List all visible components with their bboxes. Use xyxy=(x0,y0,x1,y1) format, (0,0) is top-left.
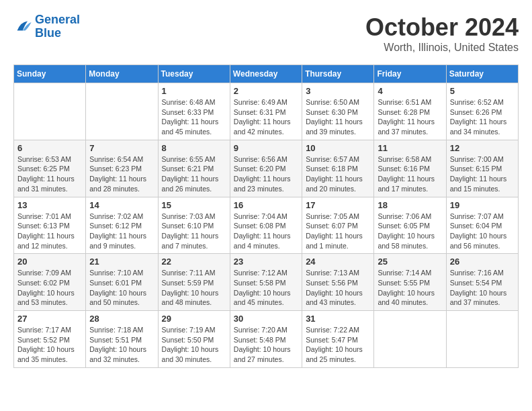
day-number: 19 xyxy=(450,200,515,210)
calendar-cell: 27Sunrise: 7:17 AMSunset: 5:52 PMDayligh… xyxy=(14,311,86,368)
weekday-header-friday: Friday xyxy=(374,65,446,83)
weekday-header-tuesday: Tuesday xyxy=(158,65,230,83)
day-info: Sunrise: 7:20 AMSunset: 5:48 PMDaylight:… xyxy=(234,325,298,365)
day-info: Sunrise: 6:49 AMSunset: 6:31 PMDaylight:… xyxy=(234,97,298,137)
day-number: 22 xyxy=(162,257,226,267)
day-info: Sunrise: 7:04 AMSunset: 6:08 PMDaylight:… xyxy=(234,212,298,251)
day-number: 6 xyxy=(17,143,82,153)
calendar-cell: 15Sunrise: 7:03 AMSunset: 6:10 PMDayligh… xyxy=(158,197,230,254)
day-info: Sunrise: 7:19 AMSunset: 5:50 PMDaylight:… xyxy=(162,325,226,365)
logo-bird-icon xyxy=(13,17,32,36)
day-info: Sunrise: 7:10 AMSunset: 6:01 PMDaylight:… xyxy=(89,268,154,308)
calendar-cell: 2Sunrise: 6:49 AMSunset: 6:31 PMDaylight… xyxy=(230,83,302,140)
day-info: Sunrise: 6:58 AMSunset: 6:16 PMDaylight:… xyxy=(378,154,442,194)
day-number: 21 xyxy=(89,257,154,267)
calendar-cell: 8Sunrise: 6:55 AMSunset: 6:21 PMDaylight… xyxy=(158,140,230,197)
day-info: Sunrise: 7:16 AMSunset: 5:54 PMDaylight:… xyxy=(450,268,515,308)
calendar-week-row: 13Sunrise: 7:01 AMSunset: 6:13 PMDayligh… xyxy=(14,197,519,254)
calendar-cell: 3Sunrise: 6:50 AMSunset: 6:30 PMDaylight… xyxy=(302,83,374,140)
day-info: Sunrise: 7:22 AMSunset: 5:47 PMDaylight:… xyxy=(306,325,370,365)
day-number: 30 xyxy=(234,314,298,324)
day-number: 8 xyxy=(162,143,226,153)
calendar-week-row: 27Sunrise: 7:17 AMSunset: 5:52 PMDayligh… xyxy=(14,311,519,368)
weekday-header-monday: Monday xyxy=(86,65,158,83)
day-number: 26 xyxy=(450,257,515,267)
calendar-week-row: 20Sunrise: 7:09 AMSunset: 6:02 PMDayligh… xyxy=(14,254,519,311)
day-info: Sunrise: 7:06 AMSunset: 6:05 PMDaylight:… xyxy=(378,212,442,251)
day-info: Sunrise: 6:55 AMSunset: 6:21 PMDaylight:… xyxy=(162,154,226,194)
calendar-cell: 25Sunrise: 7:14 AMSunset: 5:55 PMDayligh… xyxy=(374,254,446,311)
weekday-header-saturday: Saturday xyxy=(446,65,518,83)
calendar-cell: 18Sunrise: 7:06 AMSunset: 6:05 PMDayligh… xyxy=(374,197,446,254)
calendar-cell: 14Sunrise: 7:02 AMSunset: 6:12 PMDayligh… xyxy=(86,197,158,254)
calendar-cell: 31Sunrise: 7:22 AMSunset: 5:47 PMDayligh… xyxy=(302,311,374,368)
calendar-cell: 9Sunrise: 6:56 AMSunset: 6:20 PMDaylight… xyxy=(230,140,302,197)
calendar-cell: 17Sunrise: 7:05 AMSunset: 6:07 PMDayligh… xyxy=(302,197,374,254)
day-number: 20 xyxy=(17,257,82,267)
logo-text: General Blue xyxy=(35,13,80,40)
day-number: 24 xyxy=(306,257,370,267)
calendar-cell: 28Sunrise: 7:18 AMSunset: 5:51 PMDayligh… xyxy=(86,311,158,368)
month-title: October 2024 xyxy=(365,13,519,42)
calendar-cell: 7Sunrise: 6:54 AMSunset: 6:23 PMDaylight… xyxy=(86,140,158,197)
calendar-cell: 10Sunrise: 6:57 AMSunset: 6:18 PMDayligh… xyxy=(302,140,374,197)
day-info: Sunrise: 7:03 AMSunset: 6:10 PMDaylight:… xyxy=(162,212,226,251)
day-number: 1 xyxy=(162,86,226,96)
day-number: 9 xyxy=(234,143,298,153)
day-number: 11 xyxy=(378,143,442,153)
calendar-cell: 24Sunrise: 7:13 AMSunset: 5:56 PMDayligh… xyxy=(302,254,374,311)
calendar-cell: 20Sunrise: 7:09 AMSunset: 6:02 PMDayligh… xyxy=(14,254,86,311)
day-info: Sunrise: 6:48 AMSunset: 6:33 PMDaylight:… xyxy=(162,97,226,137)
calendar-cell: 6Sunrise: 6:53 AMSunset: 6:25 PMDaylight… xyxy=(14,140,86,197)
weekday-header-sunday: Sunday xyxy=(14,65,86,83)
calendar-cell: 13Sunrise: 7:01 AMSunset: 6:13 PMDayligh… xyxy=(14,197,86,254)
calendar-cell xyxy=(374,311,446,368)
day-info: Sunrise: 6:53 AMSunset: 6:25 PMDaylight:… xyxy=(17,154,82,194)
day-info: Sunrise: 7:12 AMSunset: 5:58 PMDaylight:… xyxy=(234,268,298,308)
day-info: Sunrise: 7:17 AMSunset: 5:52 PMDaylight:… xyxy=(17,325,82,365)
day-number: 13 xyxy=(17,200,82,210)
day-number: 27 xyxy=(17,314,82,324)
day-info: Sunrise: 6:52 AMSunset: 6:26 PMDaylight:… xyxy=(450,97,515,137)
day-number: 16 xyxy=(234,200,298,210)
calendar-cell xyxy=(446,311,518,368)
day-info: Sunrise: 6:54 AMSunset: 6:23 PMDaylight:… xyxy=(89,154,154,194)
day-number: 5 xyxy=(450,86,515,96)
day-info: Sunrise: 7:00 AMSunset: 6:15 PMDaylight:… xyxy=(450,154,515,194)
day-number: 29 xyxy=(162,314,226,324)
logo-text-block: General Blue xyxy=(35,13,80,40)
calendar-cell: 12Sunrise: 7:00 AMSunset: 6:15 PMDayligh… xyxy=(446,140,518,197)
calendar-cell xyxy=(14,83,86,140)
day-number: 3 xyxy=(306,86,370,96)
calendar-cell: 23Sunrise: 7:12 AMSunset: 5:58 PMDayligh… xyxy=(230,254,302,311)
day-number: 23 xyxy=(234,257,298,267)
day-info: Sunrise: 7:09 AMSunset: 6:02 PMDaylight:… xyxy=(17,268,82,308)
calendar-cell: 1Sunrise: 6:48 AMSunset: 6:33 PMDaylight… xyxy=(158,83,230,140)
day-number: 14 xyxy=(89,200,154,210)
day-info: Sunrise: 7:18 AMSunset: 5:51 PMDaylight:… xyxy=(89,325,154,365)
calendar-cell: 22Sunrise: 7:11 AMSunset: 5:59 PMDayligh… xyxy=(158,254,230,311)
day-number: 25 xyxy=(378,257,442,267)
weekday-header-row: SundayMondayTuesdayWednesdayThursdayFrid… xyxy=(14,65,519,83)
day-info: Sunrise: 7:05 AMSunset: 6:07 PMDaylight:… xyxy=(306,212,370,251)
day-info: Sunrise: 7:07 AMSunset: 6:04 PMDaylight:… xyxy=(450,212,515,251)
title-section: October 2024 Worth, Illinois, United Sta… xyxy=(365,13,519,54)
day-number: 10 xyxy=(306,143,370,153)
logo: General Blue xyxy=(13,13,80,40)
calendar-cell: 16Sunrise: 7:04 AMSunset: 6:08 PMDayligh… xyxy=(230,197,302,254)
day-number: 7 xyxy=(89,143,154,153)
day-info: Sunrise: 7:11 AMSunset: 5:59 PMDaylight:… xyxy=(162,268,226,308)
calendar-week-row: 1Sunrise: 6:48 AMSunset: 6:33 PMDaylight… xyxy=(14,83,519,140)
day-info: Sunrise: 7:01 AMSunset: 6:13 PMDaylight:… xyxy=(17,212,82,251)
weekday-header-thursday: Thursday xyxy=(302,65,374,83)
day-info: Sunrise: 6:56 AMSunset: 6:20 PMDaylight:… xyxy=(234,154,298,194)
day-number: 12 xyxy=(450,143,515,153)
calendar-cell: 11Sunrise: 6:58 AMSunset: 6:16 PMDayligh… xyxy=(374,140,446,197)
weekday-header-wednesday: Wednesday xyxy=(230,65,302,83)
day-number: 17 xyxy=(306,200,370,210)
day-info: Sunrise: 7:02 AMSunset: 6:12 PMDaylight:… xyxy=(89,212,154,251)
day-info: Sunrise: 7:14 AMSunset: 5:55 PMDaylight:… xyxy=(378,268,442,308)
calendar-table: SundayMondayTuesdayWednesdayThursdayFrid… xyxy=(13,64,519,368)
day-info: Sunrise: 6:51 AMSunset: 6:28 PMDaylight:… xyxy=(378,97,442,137)
logo-general: General xyxy=(35,13,80,26)
